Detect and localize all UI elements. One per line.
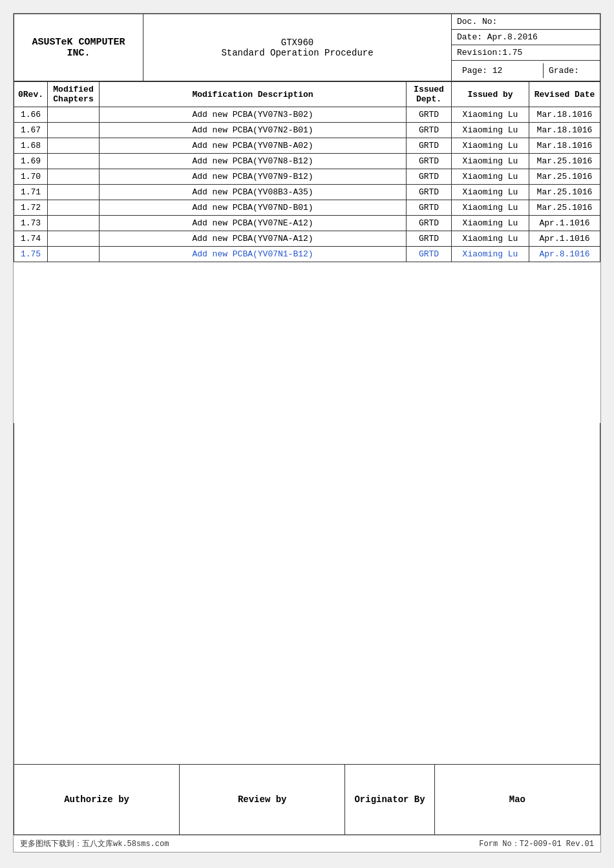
cell-modified	[48, 154, 100, 169]
cell-rev: 1.71	[14, 185, 48, 200]
col-header-issued-by: Issued by	[452, 82, 529, 107]
cell-date: Mar.18.1016	[529, 107, 600, 123]
cell-modified	[48, 138, 100, 154]
cell-dept: GRTD	[407, 154, 452, 169]
cell-description: Add new PCBA(YV08B3-A35)	[100, 185, 407, 200]
cell-issued-by: Xiaoming Lu	[452, 185, 529, 200]
cell-date: Mar.18.1016	[529, 123, 600, 138]
body-space	[14, 423, 600, 765]
title-line1: GTX960	[150, 37, 445, 48]
cell-description: Add new PCBA(YV07N1-B12)	[100, 247, 407, 262]
doc-info: Doc. No: Date: Apr.8.2016 Revision:1.75 …	[452, 14, 600, 81]
table-row: 1.69Add new PCBA(YV07N8-B12)GRTDXiaoming…	[14, 154, 600, 169]
doc-date: Date: Apr.8.2016	[452, 30, 600, 45]
cell-dept: GRTD	[407, 185, 452, 200]
cell-rev: 1.73	[14, 216, 48, 231]
cell-description: Add new PCBA(YV07N3-B02)	[100, 107, 407, 123]
cell-date: Mar.25.1016	[529, 169, 600, 185]
cell-date: Apr.8.1016	[529, 247, 600, 262]
table-row: 1.70Add new PCBA(YV07N9-B12)GRTDXiaoming…	[14, 169, 600, 185]
cell-modified	[48, 107, 100, 123]
company-name: ASUSTeK COMPUTER INC.	[14, 14, 143, 81]
table-row: 1.75Add new PCBA(YV07N1-B12)GRTDXiaoming…	[14, 247, 600, 262]
revision-table: 0Rev. Modified Chapters Modification Des…	[14, 81, 600, 262]
cell-date: Apr.1.1016	[529, 231, 600, 247]
content-area: 0Rev. Modified Chapters Modification Des…	[14, 81, 600, 423]
grade: Grade:	[543, 63, 595, 78]
title-line2: Standard Operation Procedure	[150, 48, 445, 58]
doc-revision: Revision:1.75	[452, 45, 600, 61]
col-header-modified: Modified Chapters	[48, 82, 100, 107]
cell-rev: 1.69	[14, 154, 48, 169]
cell-description: Add new PCBA(YV07ND-B01)	[100, 200, 407, 216]
cell-dept: GRTD	[407, 231, 452, 247]
cell-rev: 1.70	[14, 169, 48, 185]
cell-issued-by: Xiaoming Lu	[452, 216, 529, 231]
cell-rev: 1.75	[14, 247, 48, 262]
cell-date: Mar.18.1016	[529, 138, 600, 154]
cell-modified	[48, 247, 100, 262]
originator-value: Mao	[509, 794, 525, 805]
cell-issued-by: Xiaoming Lu	[452, 138, 529, 154]
cell-modified	[48, 200, 100, 216]
cell-dept: GRTD	[407, 200, 452, 216]
cell-rev: 1.66	[14, 107, 48, 123]
originator-by-label: Originator By	[354, 794, 425, 805]
cell-dept: GRTD	[407, 107, 452, 123]
cell-modified	[48, 216, 100, 231]
table-header-row: 0Rev. Modified Chapters Modification Des…	[14, 82, 600, 107]
cell-modified	[48, 231, 100, 247]
page-grade-row: Page: 12 Grade:	[452, 61, 600, 81]
cell-rev: 1.68	[14, 138, 48, 154]
bottom-left: 更多图纸下载到：五八文库wk.58sms.com	[20, 838, 169, 849]
cell-dept: GRTD	[407, 247, 452, 262]
col-header-revised-date: Revised Date	[529, 82, 600, 107]
cell-issued-by: Xiaoming Lu	[452, 154, 529, 169]
authorize-by-label: Authorize by	[64, 794, 129, 805]
bottom-bar: 更多图纸下载到：五八文库wk.58sms.com Form No：T2-009-…	[14, 835, 600, 852]
review-by-cell: Review by	[180, 765, 345, 834]
table-row: 1.71Add new PCBA(YV08B3-A35)GRTDXiaoming…	[14, 185, 600, 200]
cell-issued-by: Xiaoming Lu	[452, 169, 529, 185]
table-row: 1.67Add new PCBA(YV07N2-B01)GRTDXiaoming…	[14, 123, 600, 138]
cell-date: Mar.25.1016	[529, 185, 600, 200]
table-row: 1.73Add new PCBA(YV07NE-A12)GRTDXiaoming…	[14, 216, 600, 231]
review-by-label: Review by	[238, 794, 287, 805]
cell-description: Add new PCBA(YV07NE-A12)	[100, 216, 407, 231]
cell-date: Apr.1.1016	[529, 216, 600, 231]
doc-no: Doc. No:	[452, 14, 600, 30]
table-row: 1.74Add new PCBA(YV07NA-A12)GRTDXiaoming…	[14, 231, 600, 247]
document-page: ASUSTeK COMPUTER INC. GTX960 Standard Op…	[13, 13, 601, 852]
page-number: Page: 12	[457, 63, 543, 78]
cell-description: Add new PCBA(YV07N8-B12)	[100, 154, 407, 169]
cell-issued-by: Xiaoming Lu	[452, 123, 529, 138]
col-header-description: Modification Description	[100, 82, 407, 107]
cell-issued-by: Xiaoming Lu	[452, 247, 529, 262]
cell-rev: 1.74	[14, 231, 48, 247]
cell-modified	[48, 123, 100, 138]
header-table: ASUSTeK COMPUTER INC. GTX960 Standard Op…	[14, 14, 600, 81]
cell-issued-by: Xiaoming Lu	[452, 200, 529, 216]
bottom-right: Form No：T2-009-01 Rev.01	[479, 838, 594, 849]
authorize-by-cell: Authorize by	[14, 765, 180, 834]
cell-dept: GRTD	[407, 138, 452, 154]
cell-date: Mar.25.1016	[529, 200, 600, 216]
cell-rev: 1.72	[14, 200, 48, 216]
col-header-rev: 0Rev.	[14, 82, 48, 107]
cell-dept: GRTD	[407, 123, 452, 138]
footer-signatures: Authorize by Review by Originator By Mao	[14, 764, 600, 835]
cell-dept: GRTD	[407, 169, 452, 185]
cell-issued-by: Xiaoming Lu	[452, 231, 529, 247]
document-title: GTX960 Standard Operation Procedure	[143, 14, 452, 81]
table-row: 1.68Add new PCBA(YV07NB-A02)GRTDXiaoming…	[14, 138, 600, 154]
cell-modified	[48, 169, 100, 185]
cell-description: Add new PCBA(YV07NB-A02)	[100, 138, 407, 154]
table-row: 1.66Add new PCBA(YV07N3-B02)GRTDXiaoming…	[14, 107, 600, 123]
cell-modified	[48, 185, 100, 200]
cell-dept: GRTD	[407, 216, 452, 231]
cell-description: Add new PCBA(YV07NA-A12)	[100, 231, 407, 247]
cell-date: Mar.25.1016	[529, 154, 600, 169]
table-row: 1.72Add new PCBA(YV07ND-B01)GRTDXiaoming…	[14, 200, 600, 216]
cell-description: Add new PCBA(YV07N9-B12)	[100, 169, 407, 185]
originator-by-cell: Originator By	[345, 765, 435, 834]
